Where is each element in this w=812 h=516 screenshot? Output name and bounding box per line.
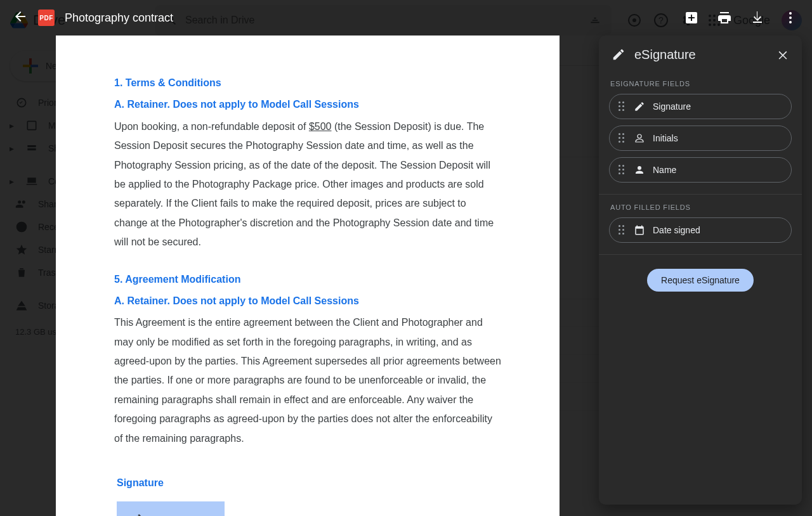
svg-point-15 [789, 16, 792, 19]
pen-icon [634, 101, 645, 112]
pen-icon [612, 48, 625, 61]
esignature-title: eSignature [634, 48, 766, 62]
divider [599, 194, 802, 195]
svg-point-14 [789, 12, 792, 15]
section-1-body: Upon booking, a non-refundable deposit o… [114, 117, 501, 252]
drag-handle-icon [619, 225, 626, 235]
field-initials[interactable]: Initials [609, 126, 792, 151]
close-button[interactable] [775, 47, 790, 62]
section-5-title: 5. Agreement Modification [114, 270, 501, 289]
viewer-topbar: PDF Photography contract [0, 0, 812, 35]
calendar-icon [634, 224, 645, 236]
field-signature[interactable]: Signature [609, 94, 792, 119]
drag-handle-icon [619, 101, 626, 112]
person-icon [634, 164, 645, 176]
deposit-amount: $500 [309, 121, 332, 132]
esignature-panel: eSignature ESIGNATURE FIELDS Signature I… [599, 35, 802, 505]
field-label: Date signed [653, 225, 700, 235]
esig-fields-label: ESIGNATURE FIELDS [599, 74, 802, 94]
more-actions-button[interactable] [782, 9, 799, 27]
pen-icon [131, 513, 142, 516]
download-button[interactable] [749, 9, 766, 27]
body-text: (the Session Deposit) is due. The Sessio… [114, 121, 494, 247]
pdf-badge: PDF [38, 10, 55, 26]
signature-label: Signature [117, 474, 501, 493]
arrow-back-icon [13, 9, 28, 24]
section-1-sub: A. Retainer. Does not apply to Model Cal… [114, 95, 501, 114]
person-outline-icon [634, 132, 645, 144]
document-page: 1. Terms & Conditions A. Retainer. Does … [56, 35, 560, 516]
drag-handle-icon [619, 165, 626, 175]
esignature-header: eSignature [599, 35, 802, 74]
section-1-title: 1. Terms & Conditions [114, 74, 501, 93]
signature-field-placeholder[interactable] [117, 501, 225, 516]
esig-auto-label: AUTO FILLED FIELDS [599, 197, 802, 217]
field-label: Signature [653, 101, 691, 112]
field-date-signed[interactable]: Date signed [609, 217, 792, 243]
drag-handle-icon [619, 133, 626, 143]
divider [599, 254, 802, 255]
document-title: Photography contract [65, 11, 173, 25]
field-name[interactable]: Name [609, 157, 792, 183]
field-label: Name [653, 165, 676, 175]
field-label: Initials [653, 133, 678, 143]
add-to-drive-button[interactable] [683, 9, 700, 27]
back-button[interactable] [13, 9, 28, 27]
close-icon [776, 48, 789, 61]
section-5-sub: A. Retainer. Does not apply to Model Cal… [114, 292, 501, 311]
body-text: Upon booking, a non-refundable deposit o… [114, 121, 309, 132]
request-esignature-button[interactable]: Request eSignature [647, 269, 754, 292]
section-5-body: This Agreement is the entire agreement b… [114, 313, 501, 448]
svg-point-16 [789, 21, 792, 23]
print-button[interactable] [716, 9, 733, 27]
